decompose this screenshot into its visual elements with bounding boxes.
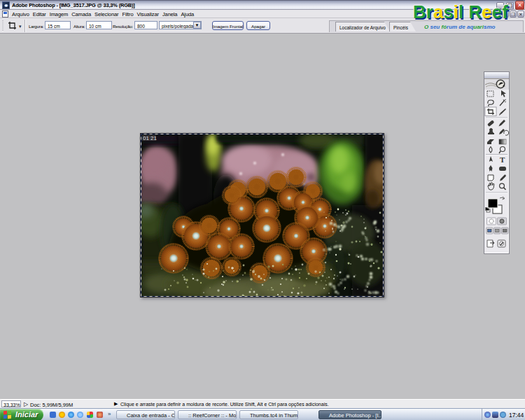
svg-text:01 21: 01 21 [143, 135, 158, 141]
svg-text:T: T [500, 155, 505, 164]
